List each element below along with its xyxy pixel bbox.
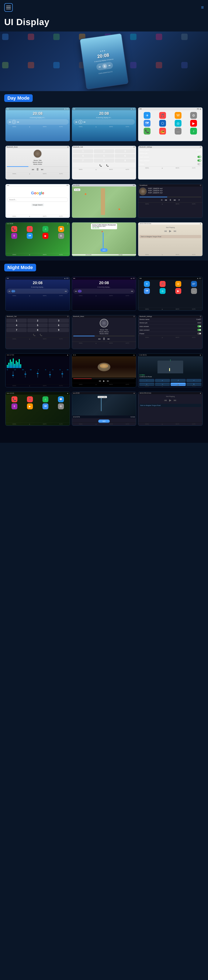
app-spotify[interactable]: ♪ bbox=[190, 128, 197, 135]
nap-telegram[interactable]: ✈ bbox=[144, 281, 150, 287]
app-wechat[interactable]: ◎ bbox=[175, 120, 181, 127]
toggle-power[interactable] bbox=[197, 163, 201, 165]
ndial-6[interactable]: 6 bbox=[48, 323, 69, 328]
nanswer-call[interactable]: 📞 bbox=[40, 334, 42, 336]
dial-4[interactable]: 4 bbox=[73, 154, 93, 158]
road-ctrl-1[interactable]: ↑ bbox=[139, 379, 154, 382]
menu-icon[interactable]: ≡ bbox=[201, 5, 204, 10]
hamburger-button[interactable] bbox=[4, 3, 13, 12]
nap-bt[interactable]: BT bbox=[191, 281, 197, 287]
eq-slider-3[interactable] bbox=[37, 371, 38, 378]
ncp-phone[interactable]: 📞 bbox=[11, 396, 17, 402]
np-prev[interactable]: ⏮ bbox=[164, 229, 167, 233]
nap-youtube[interactable]: ▶ bbox=[175, 288, 181, 294]
next-1[interactable]: ⏭ bbox=[17, 121, 19, 123]
app-bt[interactable]: ⬡ bbox=[159, 120, 166, 127]
ndial-8[interactable]: 8 bbox=[27, 328, 48, 332]
eq-slider-5[interactable] bbox=[62, 371, 63, 378]
nplay-btn[interactable]: ⏸ bbox=[102, 337, 106, 341]
dial-9[interactable]: 9 bbox=[115, 159, 135, 162]
dial-grid-night[interactable]: 1 2 3 4 5 6 7 8 9 bbox=[6, 318, 70, 333]
play-1[interactable]: ⏸ bbox=[12, 120, 16, 124]
ncp-podcast[interactable]: 🎙 bbox=[11, 403, 17, 409]
ntoggle-answer[interactable] bbox=[197, 325, 201, 328]
nnext-btn[interactable]: ⏭ bbox=[107, 337, 110, 340]
dial-2[interactable]: 2 bbox=[94, 149, 114, 153]
np1-prev[interactable]: ⏮ bbox=[8, 290, 10, 292]
ncp-spotify[interactable]: ♫ bbox=[43, 396, 48, 402]
app-radio[interactable]: 📻 bbox=[159, 128, 166, 135]
road-ctrl-2[interactable]: ↙ bbox=[155, 379, 170, 382]
ncp-maps[interactable]: 🗺 bbox=[43, 403, 48, 409]
cp-settings-icon[interactable]: ⚙ bbox=[58, 233, 64, 239]
app-waze[interactable]: W bbox=[175, 112, 181, 119]
next-2[interactable]: ⏭ bbox=[84, 121, 85, 123]
local-play[interactable]: ⏸ bbox=[169, 199, 172, 201]
dial-3[interactable]: 3 bbox=[115, 149, 135, 153]
google-search-btn[interactable]: Google Search bbox=[32, 204, 44, 206]
prev-1[interactable]: ⏮ bbox=[9, 121, 11, 123]
ncp-music[interactable]: 🎵 bbox=[27, 396, 33, 402]
dial-8[interactable]: 8 bbox=[94, 159, 114, 162]
end-call-icon[interactable]: 📞 bbox=[99, 164, 102, 167]
eq-slider-2[interactable] bbox=[25, 371, 26, 378]
np-play[interactable]: ▶ bbox=[169, 229, 172, 233]
cp-music-icon[interactable]: 🎵 bbox=[27, 226, 33, 232]
nprev-btn[interactable]: ⏮ bbox=[98, 337, 101, 340]
next-btn-day[interactable]: ⏭ bbox=[41, 168, 44, 171]
ndial-1[interactable]: 1 bbox=[6, 319, 27, 323]
ntoggle-connect[interactable] bbox=[197, 329, 201, 331]
nap-waze[interactable]: W bbox=[175, 281, 181, 287]
cp-podcast-icon[interactable]: 🎙 bbox=[11, 233, 17, 239]
toggle-answer[interactable] bbox=[197, 156, 201, 158]
local-next[interactable]: ⏭ bbox=[173, 199, 176, 201]
np1-next[interactable]: ⏭ bbox=[65, 290, 67, 292]
app-youtube[interactable]: ▶ bbox=[190, 120, 197, 127]
ndial-3[interactable]: 3 bbox=[48, 319, 69, 323]
play-2[interactable]: ⏸ bbox=[79, 120, 82, 124]
app-settings[interactable]: ⚙ bbox=[190, 112, 197, 119]
np-next[interactable]: ⏭ bbox=[173, 229, 176, 233]
np2-next[interactable]: ⏭ bbox=[131, 290, 133, 292]
vid-next[interactable]: ⏭ bbox=[107, 380, 109, 382]
google-search-box[interactable]: Search... bbox=[7, 197, 68, 202]
nnp-play[interactable]: ▶ bbox=[169, 398, 172, 402]
ncp-settings[interactable]: ⚙ bbox=[58, 403, 64, 409]
eq-slider-1[interactable] bbox=[13, 371, 13, 378]
cp-spotify-icon[interactable]: ♫ bbox=[43, 226, 48, 232]
ntoggle-power[interactable] bbox=[197, 332, 201, 335]
toggle-connect[interactable] bbox=[197, 159, 201, 162]
ndial-7[interactable]: 7 bbox=[6, 328, 27, 332]
vid-play[interactable]: ▶ bbox=[103, 380, 105, 382]
ndial-2[interactable]: 2 bbox=[27, 319, 48, 323]
prev-btn-day[interactable]: ⏮ bbox=[32, 168, 34, 171]
np2-prev[interactable]: ⏮ bbox=[75, 290, 77, 292]
nnp-next[interactable]: ⏭ bbox=[173, 398, 176, 402]
eq-slider-4[interactable] bbox=[50, 371, 50, 378]
road-ctrl-4[interactable]: ⤶ bbox=[186, 379, 202, 382]
nap-music[interactable]: 🎵 bbox=[160, 281, 165, 287]
ndial-4[interactable]: 4 bbox=[6, 323, 27, 328]
cp-yt-icon[interactable]: ▶ bbox=[43, 233, 48, 239]
app-maps[interactable]: 🗺 bbox=[144, 120, 150, 127]
ncp-youtube[interactable]: ▶ bbox=[27, 403, 33, 409]
hero-play-icon[interactable]: ⏸ bbox=[102, 64, 107, 69]
nap-more[interactable]: … bbox=[191, 288, 197, 294]
nnp-prev[interactable]: ⏮ bbox=[164, 398, 167, 402]
nend-call[interactable]: 📞 bbox=[33, 334, 35, 336]
app-music[interactable]: 🎵 bbox=[159, 112, 166, 119]
dial-7[interactable]: 7 bbox=[73, 159, 93, 162]
app-more[interactable]: … bbox=[175, 128, 181, 135]
cp-maps-icon[interactable]: 🗺 bbox=[27, 233, 33, 239]
app-phone[interactable]: 📞 bbox=[144, 128, 150, 135]
nap-maps[interactable]: 🗺 bbox=[144, 288, 150, 294]
dial-grid-day[interactable]: 1 2 3 4 5 6 7 8 9 bbox=[72, 148, 136, 164]
dial-6[interactable]: 6 bbox=[115, 154, 135, 158]
dial-5[interactable]: 5 bbox=[94, 154, 114, 158]
dial-1[interactable]: 1 bbox=[73, 149, 93, 153]
vid-prev[interactable]: ⏮ bbox=[99, 380, 101, 382]
local-repeat[interactable]: ⤯ bbox=[178, 199, 180, 201]
answer-icon[interactable]: 📞 bbox=[106, 164, 109, 167]
prev-2[interactable]: ⏮ bbox=[76, 121, 77, 123]
cp-msg-icon[interactable]: 💬 bbox=[58, 226, 64, 232]
